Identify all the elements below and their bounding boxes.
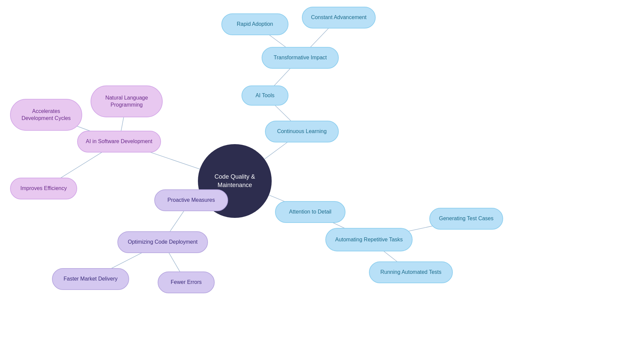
constant-advancement-node: Constant Advancement xyxy=(302,7,376,28)
generating-test-cases-node: Generating Test Cases xyxy=(429,208,503,230)
fewer-errors-node: Fewer Errors xyxy=(158,272,215,293)
ai-software-dev-node: AI in Software Development xyxy=(77,131,161,153)
optimizing-code-node: Optimizing Code Deployment xyxy=(117,231,208,253)
running-automated-node: Running Automated Tests xyxy=(369,261,453,283)
automating-repetitive-node: Automating Repetitive Tasks xyxy=(325,228,413,251)
improves-efficiency-node: Improves Efficiency xyxy=(10,178,77,199)
transformative-impact-node: Transformative Impact xyxy=(262,47,339,69)
rapid-adoption-node: Rapid Adoption xyxy=(221,13,288,35)
proactive-measures-node: Proactive Measures xyxy=(154,189,228,211)
continuous-learning-node: Continuous Learning xyxy=(265,121,339,142)
accelerates-dev-node: Accelerates Development Cycles xyxy=(10,99,82,131)
attention-to-detail-node: Attention to Detail xyxy=(275,201,345,223)
faster-market-node: Faster Market Delivery xyxy=(52,268,129,290)
ai-tools-node: AI Tools xyxy=(241,85,288,106)
natural-language-node: Natural Language Programming xyxy=(91,85,163,117)
